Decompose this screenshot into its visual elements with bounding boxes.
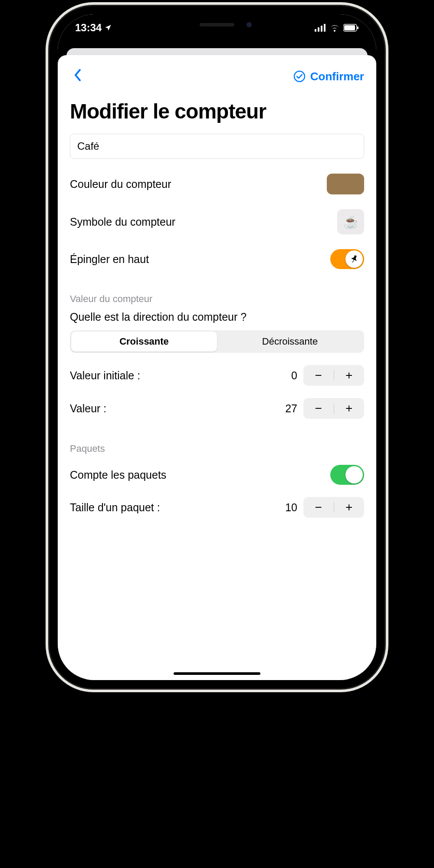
current-value-display: 27	[285, 402, 297, 415]
svg-rect-2	[321, 26, 322, 32]
segment-ascending[interactable]: Croissante	[71, 332, 217, 352]
packet-size-row: Taille d'un paquet : 10 − +	[70, 497, 364, 518]
current-value-label: Valeur :	[70, 402, 106, 415]
initial-value-label: Valeur initiale :	[70, 369, 140, 382]
notch	[150, 14, 284, 35]
wifi-icon	[329, 24, 340, 32]
initial-value-decrement[interactable]: −	[303, 365, 334, 386]
initial-value-stepper: − +	[303, 365, 364, 386]
toggle-knob	[345, 466, 363, 483]
packet-size-decrement[interactable]: −	[303, 497, 334, 518]
status-time: 13:34	[75, 22, 102, 34]
svg-rect-6	[357, 26, 358, 29]
count-packets-row: Compte les paquets	[70, 465, 364, 485]
color-swatch[interactable]	[327, 174, 364, 194]
device-frame: 13:34 Confirmer	[46, 2, 388, 692]
battery-icon	[343, 24, 359, 32]
packet-size-label: Taille d'un paquet :	[70, 501, 160, 514]
cellular-icon	[315, 24, 326, 32]
count-packets-label: Compte les paquets	[70, 469, 166, 481]
symbol-label: Symbole du compteur	[70, 216, 175, 228]
screen: 13:34 Confirmer	[58, 14, 376, 680]
color-label: Couleur du compteur	[70, 178, 171, 191]
checkmark-circle-icon	[293, 70, 306, 83]
direction-segmented-control[interactable]: Croissante Décroissante	[70, 330, 364, 353]
modal-sheet: Confirmer Modifier le compteur Couleur d…	[58, 55, 376, 680]
coffee-cup-icon: ☕	[343, 215, 358, 229]
color-row[interactable]: Couleur du compteur	[70, 174, 364, 194]
segment-descending[interactable]: Décroissante	[217, 332, 363, 352]
initial-value-increment[interactable]: +	[334, 365, 365, 386]
symbol-picker[interactable]: ☕	[337, 209, 364, 234]
direction-question: Quelle est la direction du compteur ?	[70, 311, 364, 323]
current-value-decrement[interactable]: −	[303, 398, 334, 419]
svg-rect-1	[318, 27, 319, 32]
pin-label: Épingler en haut	[70, 253, 149, 266]
toggle-knob	[345, 250, 363, 268]
location-icon	[104, 24, 112, 32]
initial-value-display: 0	[291, 369, 297, 382]
svg-rect-0	[315, 29, 316, 32]
home-indicator[interactable]	[174, 672, 260, 675]
svg-rect-3	[324, 24, 326, 32]
confirm-label: Confirmer	[310, 70, 364, 83]
symbol-row[interactable]: Symbole du compteur ☕	[70, 209, 364, 234]
packet-size-display: 10	[285, 501, 297, 514]
count-packets-toggle[interactable]	[330, 465, 364, 485]
current-value-increment[interactable]: +	[334, 398, 365, 419]
value-section-header: Valeur du compteur	[70, 293, 364, 305]
pin-row: Épingler en haut	[70, 249, 364, 269]
packet-size-increment[interactable]: +	[334, 497, 365, 518]
pin-icon	[349, 254, 359, 264]
page-title: Modifier le compteur	[70, 99, 364, 123]
current-value-row: Valeur : 27 − +	[70, 398, 364, 419]
svg-rect-5	[344, 25, 355, 30]
pin-toggle[interactable]	[330, 249, 364, 269]
back-button[interactable]	[70, 66, 85, 87]
sheet-stack: Confirmer Modifier le compteur Couleur d…	[58, 41, 376, 680]
initial-value-row: Valeur initiale : 0 − +	[70, 365, 364, 386]
nav-bar: Confirmer	[70, 66, 364, 87]
packets-section-header: Paquets	[70, 443, 364, 454]
confirm-button[interactable]: Confirmer	[293, 70, 364, 83]
counter-name-input[interactable]	[70, 134, 364, 159]
packet-size-stepper: − +	[303, 497, 364, 518]
chevron-left-icon	[73, 69, 81, 82]
svg-point-7	[294, 71, 305, 82]
current-value-stepper: − +	[303, 398, 364, 419]
